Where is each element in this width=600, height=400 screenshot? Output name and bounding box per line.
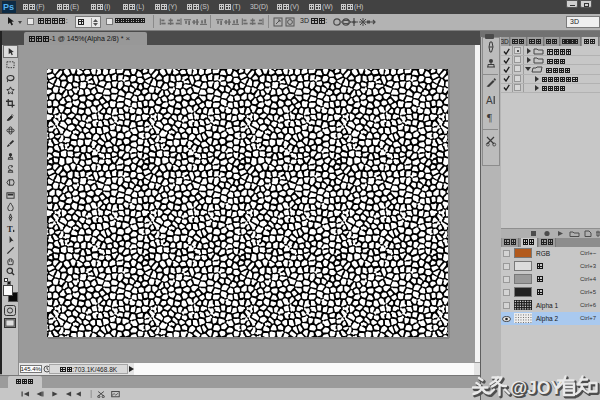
svg-text:A: A — [486, 95, 493, 106]
svg-text:T: T — [7, 224, 13, 233]
svg-text:@JOY: @JOY — [510, 378, 562, 398]
svg-text:¶: ¶ — [487, 111, 492, 123]
